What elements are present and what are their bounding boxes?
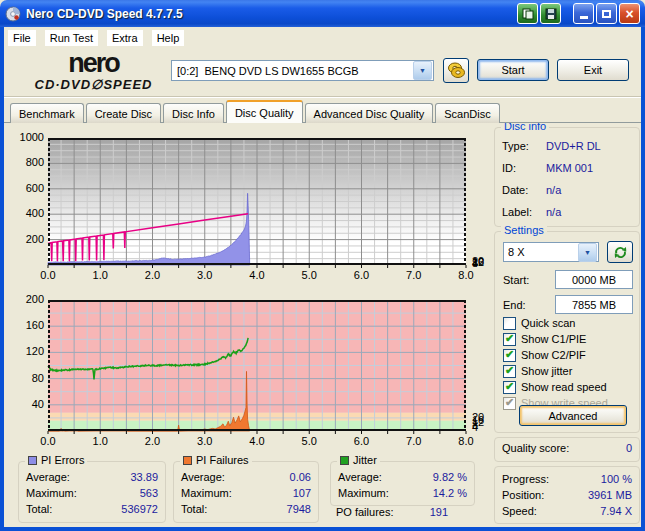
checkbox-quick-scan[interactable]: Quick scan bbox=[503, 316, 575, 330]
titlebar: Nero CD-DVD Speed 4.7.7.5 × bbox=[0, 0, 645, 27]
jitter-maximum-value: 14.2 % bbox=[433, 487, 467, 499]
pie-maximum-value: 563 bbox=[140, 487, 158, 499]
speed-label: Speed: bbox=[502, 505, 537, 517]
copy-icon[interactable] bbox=[517, 3, 538, 24]
jitter-average-label: Average: bbox=[338, 471, 382, 483]
drive-select[interactable]: [0:2] BENQ DVD LS DW1655 BCGB ▼ bbox=[171, 60, 434, 81]
settings-title: Settings bbox=[501, 224, 547, 236]
pi-failures-title: PI Failures bbox=[196, 454, 249, 466]
pie-average-value: 33.89 bbox=[130, 471, 158, 483]
progress-group: Progress:100 % Position:3961 MB Speed:7.… bbox=[494, 466, 640, 524]
nero-logo-text: nero bbox=[16, 50, 171, 77]
pie-total-label: Total: bbox=[26, 503, 52, 515]
disc-id-label: ID: bbox=[502, 162, 546, 174]
pi-failures-legend-swatch bbox=[183, 456, 192, 465]
checkbox-show-c2-pif[interactable]: Show C2/PIF bbox=[503, 348, 586, 362]
menu-help[interactable]: Help bbox=[152, 30, 185, 46]
po-failures-value: 191 bbox=[430, 506, 448, 518]
pie-total-value: 536972 bbox=[121, 503, 158, 515]
disc-date-value: n/a bbox=[546, 184, 561, 196]
drive-select-value: [0:2] BENQ DVD LS DW1655 BCGB bbox=[172, 65, 412, 77]
pi-errors-title: PI Errors bbox=[41, 454, 84, 466]
start-button[interactable]: Start bbox=[477, 59, 549, 81]
tab-scandisc[interactable]: ScanDisc bbox=[435, 103, 499, 123]
checkbox-box bbox=[503, 317, 516, 330]
start-button-label: Start bbox=[501, 64, 524, 76]
position-label: Position: bbox=[502, 489, 544, 501]
po-failures-label: PO failures: bbox=[336, 506, 393, 518]
menu-file[interactable]: File bbox=[8, 30, 36, 46]
app-window: Nero CD-DVD Speed 4.7.7.5 × Fi bbox=[0, 0, 645, 531]
nero-logo: nero CD·DVD∅SPEED bbox=[16, 50, 171, 91]
pif-maximum-value: 107 bbox=[293, 487, 311, 499]
pi-failures-jitter-chart: 2001601208040201612840.01.02.03.04.05.06… bbox=[48, 300, 466, 431]
titlebar-buttons: × bbox=[517, 3, 640, 24]
pie-maximum-label: Maximum: bbox=[26, 487, 77, 499]
menu-extra[interactable]: Extra bbox=[107, 30, 143, 46]
jitter-group: Jitter Average:9.82 % Maximum:14.2 % bbox=[330, 461, 475, 506]
progress-label: Progress: bbox=[502, 473, 549, 485]
checkbox-label: Show C2/PIF bbox=[521, 349, 586, 361]
position-value: 3961 MB bbox=[588, 489, 632, 501]
jitter-title: Jitter bbox=[353, 454, 377, 466]
quality-score-value: 0 bbox=[626, 442, 632, 454]
tab-disc-quality[interactable]: Disc Quality bbox=[226, 100, 303, 123]
scan-speed-value: 8 X bbox=[504, 246, 577, 258]
disc-type-value: DVD+R DL bbox=[546, 140, 601, 152]
eject-disc-button[interactable] bbox=[443, 58, 469, 83]
refresh-button[interactable] bbox=[607, 241, 633, 263]
end-position-field[interactable] bbox=[555, 295, 633, 314]
progress-value: 100 % bbox=[601, 473, 632, 485]
checkbox-label: Show C1/PIE bbox=[521, 333, 586, 345]
chevron-down-icon[interactable]: ▼ bbox=[413, 61, 432, 80]
disc-type-label: Type: bbox=[502, 140, 546, 152]
pi-errors-chart: 1000800600400200201612840.01.02.03.04.05… bbox=[48, 138, 466, 265]
chevron-down-icon[interactable]: ▼ bbox=[578, 243, 597, 262]
minimize-button[interactable] bbox=[573, 3, 594, 24]
window-border-right bbox=[641, 26, 645, 531]
window-border-bottom bbox=[0, 527, 645, 531]
window-title: Nero CD-DVD Speed 4.7.7.5 bbox=[26, 7, 517, 21]
menu-run-test[interactable]: Run Test bbox=[45, 30, 98, 46]
app-icon bbox=[5, 6, 21, 22]
checkbox-show-jitter[interactable]: Show jitter bbox=[503, 364, 572, 378]
scan-speed-select[interactable]: 8 X ▼ bbox=[503, 242, 599, 262]
maximize-button[interactable] bbox=[596, 3, 617, 24]
start-field-label: Start: bbox=[503, 274, 529, 286]
cd-dvd-speed-logo-text: CD·DVD∅SPEED bbox=[16, 78, 171, 91]
advanced-button[interactable]: Advanced bbox=[519, 405, 627, 426]
settings-group: Settings 8 X ▼ Start: End: Quick scan Sh… bbox=[494, 231, 640, 433]
tab-advanced-disc-quality[interactable]: Advanced Disc Quality bbox=[305, 103, 434, 123]
checkbox-label: Quick scan bbox=[521, 317, 575, 329]
pi-errors-legend-swatch bbox=[28, 456, 37, 465]
checkbox-show-read-speed[interactable]: Show read speed bbox=[503, 380, 607, 394]
tab-create-disc[interactable]: Create Disc bbox=[86, 103, 161, 123]
pi-failures-group: PI Failures Average:0.06 Maximum:107 Tot… bbox=[173, 461, 319, 523]
disc-id-value: MKM 001 bbox=[546, 162, 593, 174]
jitter-maximum-label: Maximum: bbox=[338, 487, 389, 499]
exit-button[interactable]: Exit bbox=[557, 59, 629, 81]
quality-score-group: Quality score:0 bbox=[494, 437, 640, 462]
checkbox-box bbox=[503, 365, 516, 378]
po-failures-row: PO failures: 191 bbox=[336, 506, 448, 518]
pi-errors-group: PI Errors Average:33.89 Maximum:563 Tota… bbox=[18, 461, 166, 523]
disc-label-value: n/a bbox=[546, 206, 561, 218]
checkbox-box bbox=[503, 333, 516, 346]
tab-disc-info[interactable]: Disc Info bbox=[163, 103, 224, 123]
checkbox-show-c1-pie[interactable]: Show C1/PIE bbox=[503, 332, 586, 346]
disc-date-label: Date: bbox=[502, 184, 546, 196]
discs-icon bbox=[447, 62, 466, 79]
jitter-average-value: 9.82 % bbox=[433, 471, 467, 483]
disc-label-label: Label: bbox=[502, 206, 546, 218]
close-button[interactable]: × bbox=[619, 3, 640, 24]
save-icon[interactable] bbox=[540, 3, 561, 24]
menubar: File Run Test Extra Help bbox=[4, 27, 641, 48]
pif-maximum-label: Maximum: bbox=[181, 487, 232, 499]
quality-score-label: Quality score: bbox=[502, 442, 569, 454]
refresh-icon bbox=[613, 245, 628, 260]
checkbox-box bbox=[503, 349, 516, 362]
tab-benchmark[interactable]: Benchmark bbox=[10, 103, 84, 123]
checkbox-box bbox=[503, 397, 516, 410]
pif-total-label: Total: bbox=[181, 503, 207, 515]
start-position-field[interactable] bbox=[555, 270, 633, 289]
